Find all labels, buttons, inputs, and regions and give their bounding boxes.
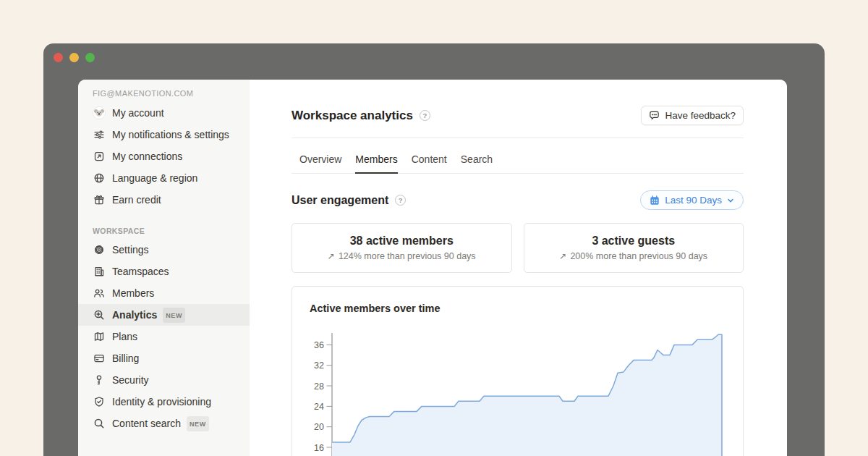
sidebar-item-label: Earn credit bbox=[112, 193, 161, 206]
globe-icon bbox=[93, 172, 106, 185]
search-icon bbox=[93, 417, 106, 430]
zoom-plus-icon bbox=[93, 308, 106, 321]
sidebar-item-label: Billing bbox=[112, 352, 139, 365]
tab-members[interactable]: Members bbox=[355, 153, 397, 174]
stat-value: 3 active guests bbox=[592, 235, 675, 248]
sidebar-item-security[interactable]: Security bbox=[78, 369, 250, 391]
koala-avatar bbox=[93, 106, 106, 119]
user-engagement-header: User engagement ? bbox=[292, 190, 744, 210]
sidebar-item-label: Plans bbox=[112, 330, 137, 343]
stat-change: ↗ 200% more than previous 90 days bbox=[559, 251, 707, 261]
sidebar-item-analytics[interactable]: Analytics NEW bbox=[78, 304, 250, 326]
chart-plot-area: 363228242016 bbox=[292, 320, 743, 456]
stat-value: 38 active members bbox=[350, 235, 454, 248]
new-badge: NEW bbox=[163, 308, 185, 323]
map-icon bbox=[93, 330, 106, 343]
app-window: FIG@MAKENOTION.COM My account bbox=[43, 43, 825, 456]
section-title: User engagement bbox=[292, 194, 388, 207]
sidebar-item-earn-credit[interactable]: Earn credit bbox=[78, 189, 250, 211]
sidebar-item-teamspaces[interactable]: Teamspaces bbox=[78, 261, 250, 282]
active-guests-stat-card: 3 active guests ↗ 200% more than previou… bbox=[524, 223, 744, 273]
svg-text:20: 20 bbox=[314, 422, 324, 432]
sidebar-item-label: Language & region bbox=[112, 172, 197, 185]
page-header: Workspace analytics ? Have feedback? bbox=[292, 106, 744, 125]
sidebar-item-label: Members bbox=[112, 287, 154, 300]
arrow-square-icon bbox=[93, 150, 106, 163]
sliders-icon bbox=[93, 128, 106, 141]
have-feedback-button[interactable]: Have feedback? bbox=[641, 106, 744, 125]
sidebar-item-plans[interactable]: Plans bbox=[78, 326, 250, 347]
sidebar-item-my-account[interactable]: My account bbox=[78, 102, 250, 124]
engagement-stats: 38 active members ↗ 124% more than previ… bbox=[292, 223, 744, 273]
sidebar-item-settings[interactable]: Settings bbox=[78, 239, 250, 261]
sidebar-item-my-connections[interactable]: My connections bbox=[78, 145, 250, 167]
members-chart-svg: 363228242016 bbox=[292, 320, 744, 456]
tab-search[interactable]: Search bbox=[461, 153, 493, 173]
trend-up-icon: ↗ bbox=[559, 251, 566, 261]
feedback-bubble-icon bbox=[649, 110, 660, 121]
svg-text:16: 16 bbox=[314, 443, 324, 453]
sidebar-item-members[interactable]: Members bbox=[78, 282, 250, 304]
active-members-stat-card: 38 active members ↗ 124% more than previ… bbox=[292, 223, 512, 273]
sidebar-item-billing[interactable]: Billing bbox=[78, 347, 250, 369]
help-icon[interactable]: ? bbox=[395, 195, 406, 206]
sidebar-item-identity-provisioning[interactable]: Identity & provisioning bbox=[78, 391, 250, 413]
svg-text:24: 24 bbox=[314, 402, 324, 412]
sidebar-item-content-search[interactable]: Content search NEW bbox=[78, 413, 250, 434]
help-icon[interactable]: ? bbox=[420, 110, 430, 121]
page-title: Workspace analytics bbox=[292, 109, 413, 123]
analytics-tabs: Overview Members Content Search bbox=[292, 138, 744, 174]
chart-title: Active members over time bbox=[292, 303, 743, 314]
tab-content[interactable]: Content bbox=[412, 153, 447, 173]
sidebar-item-label: Teamspaces bbox=[112, 265, 169, 278]
sidebar-item-label: Content search bbox=[112, 417, 181, 430]
sidebar-item-label: My notifications & settings bbox=[112, 128, 229, 141]
sidebar-item-label: Analytics bbox=[112, 308, 157, 321]
gift-icon bbox=[93, 193, 106, 206]
workspace-section-heading: WORKSPACE bbox=[78, 222, 250, 239]
date-range-label: Last 90 Days bbox=[665, 195, 722, 206]
gear-icon bbox=[93, 243, 106, 256]
active-members-chart-card: Active members over time 363228242016 bbox=[292, 286, 744, 456]
sidebar-item-label: Identity & provisioning bbox=[112, 395, 211, 408]
account-email: FIG@MAKENOTION.COM bbox=[78, 89, 250, 102]
tab-overview[interactable]: Overview bbox=[299, 153, 341, 173]
sidebar-item-label: My account bbox=[112, 106, 164, 119]
settings-sidebar: FIG@MAKENOTION.COM My account bbox=[78, 80, 250, 456]
sidebar-item-label: Security bbox=[112, 373, 149, 387]
date-range-filter[interactable]: Last 90 Days bbox=[640, 190, 744, 210]
svg-text:32: 32 bbox=[314, 360, 324, 371]
calendar-icon bbox=[650, 195, 660, 206]
people-icon bbox=[93, 287, 106, 300]
sidebar-item-notifications-settings[interactable]: My notifications & settings bbox=[78, 124, 250, 145]
svg-text:36: 36 bbox=[314, 340, 324, 350]
svg-text:28: 28 bbox=[314, 381, 324, 392]
main-content: Workspace analytics ? Have feedback? bbox=[250, 80, 787, 456]
settings-panel: FIG@MAKENOTION.COM My account bbox=[78, 80, 787, 456]
sidebar-item-language-region[interactable]: Language & region bbox=[78, 167, 250, 189]
traffic-lights bbox=[54, 53, 95, 62]
feedback-button-label: Have feedback? bbox=[665, 110, 736, 121]
building-icon bbox=[93, 265, 106, 278]
chevron-down-icon bbox=[727, 197, 734, 204]
key-icon bbox=[93, 373, 106, 387]
minimize-window-button[interactable] bbox=[69, 53, 79, 62]
close-window-button[interactable] bbox=[54, 53, 63, 62]
shield-check-icon bbox=[93, 395, 106, 408]
zoom-window-button[interactable] bbox=[85, 53, 95, 62]
sidebar-item-label: Settings bbox=[112, 243, 149, 256]
trend-up-icon: ↗ bbox=[328, 251, 335, 261]
sidebar-item-label: My connections bbox=[112, 150, 182, 163]
credit-card-icon bbox=[93, 352, 106, 365]
stat-change: ↗ 124% more than previous 90 days bbox=[328, 251, 476, 261]
new-badge: NEW bbox=[187, 416, 209, 431]
